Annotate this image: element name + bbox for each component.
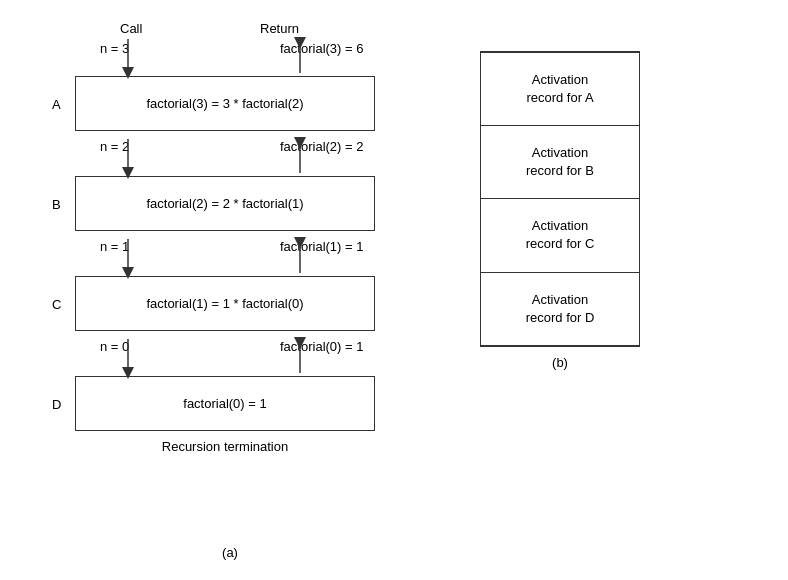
stack-cell-c: Activationrecord for C: [481, 199, 639, 272]
box-a-content: factorial(3) = 3 * factorial(2): [146, 96, 303, 111]
n1-label: n = 1: [100, 239, 129, 254]
box-b-content: factorial(2) = 2 * factorial(1): [146, 196, 303, 211]
stack-cell-d: Activationrecord for D: [481, 273, 639, 345]
n3-label: n = 3: [100, 41, 129, 56]
right-diagram: Activationrecord for A Activationrecord …: [480, 51, 640, 371]
label-d: D: [52, 397, 61, 412]
stack-cell-b: Activationrecord for B: [481, 126, 639, 199]
stack-cell-a: Activationrecord for A: [481, 53, 639, 126]
f2-return-label: factorial(2) = 2: [280, 139, 363, 154]
f3-return-label: factorial(3) = 6: [280, 41, 363, 56]
n2-label: n = 2: [100, 139, 129, 154]
termination-label: Recursion termination: [75, 439, 375, 454]
box-c: factorial(1) = 1 * factorial(0): [75, 276, 375, 331]
call-label: Call: [120, 21, 142, 36]
return-label: Return: [260, 21, 299, 36]
diagram-inner: Call Return n = 3 factorial(3) = 6 facto…: [20, 21, 440, 541]
f1-return-label: factorial(1) = 1: [280, 239, 363, 254]
caption-b: (b): [552, 355, 568, 370]
main-container: Call Return n = 3 factorial(3) = 6 facto…: [0, 11, 788, 570]
box-a: factorial(3) = 3 * factorial(2): [75, 76, 375, 131]
label-a: A: [52, 97, 61, 112]
caption-a: (a): [20, 545, 440, 560]
box-b: factorial(2) = 2 * factorial(1): [75, 176, 375, 231]
label-b: B: [52, 197, 61, 212]
box-d: factorial(0) = 1: [75, 376, 375, 431]
box-d-content: factorial(0) = 1: [183, 396, 266, 411]
label-c: C: [52, 297, 61, 312]
stack-container: Activationrecord for A Activationrecord …: [480, 52, 640, 347]
box-c-content: factorial(1) = 1 * factorial(0): [146, 296, 303, 311]
left-diagram: Call Return n = 3 factorial(3) = 6 facto…: [20, 21, 440, 560]
f0-return-label: factorial(0) = 1: [280, 339, 363, 354]
n0-label: n = 0: [100, 339, 129, 354]
